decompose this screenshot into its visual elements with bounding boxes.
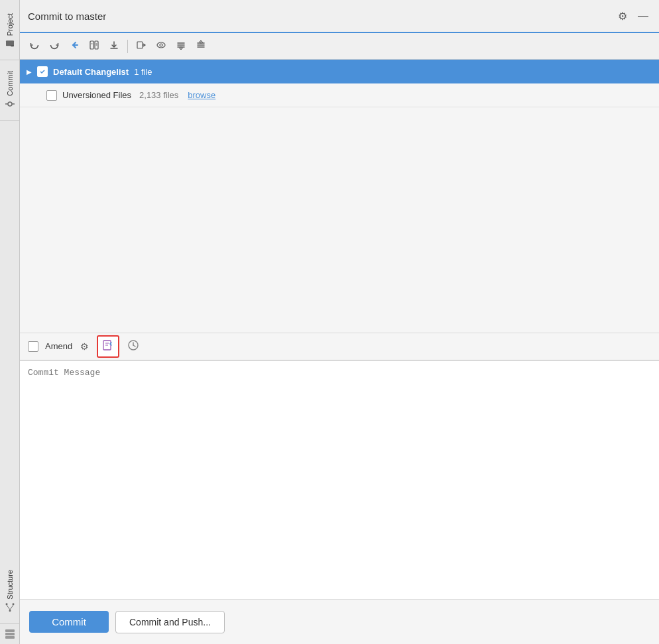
toolbar xyxy=(20,33,659,60)
show-modified-button[interactable] xyxy=(152,37,170,55)
amend-checkbox[interactable] xyxy=(28,341,38,352)
changelist-name: Default Changelist xyxy=(53,67,129,77)
revert-button[interactable] xyxy=(45,37,64,55)
move-changelist-button[interactable] xyxy=(132,37,150,55)
move-icon xyxy=(136,40,147,52)
template-icon xyxy=(102,339,114,354)
changelist-checkbox[interactable] xyxy=(37,66,48,77)
unversioned-count: 2,133 files xyxy=(139,90,178,100)
sidebar-project-label: Project xyxy=(6,13,14,36)
sidebar-tab-structure[interactable]: Structure xyxy=(1,562,19,621)
amend-bar: Amend ⚙ xyxy=(20,333,659,360)
sidebar-tab-project[interactable]: Project xyxy=(1,5,19,57)
svg-line-34 xyxy=(133,345,135,347)
svg-line-8 xyxy=(7,606,10,610)
svg-point-1 xyxy=(8,102,12,106)
main-panel: Commit to master ⚙ — xyxy=(20,0,659,644)
sidebar-commit-label: Commit xyxy=(6,71,14,96)
svg-point-6 xyxy=(5,604,7,606)
empty-area xyxy=(20,107,659,333)
folder-icon xyxy=(5,38,15,49)
update-icon xyxy=(69,40,80,52)
update-button[interactable] xyxy=(65,37,84,55)
default-changelist-row[interactable]: ▶ Default Changelist 1 file xyxy=(20,60,659,83)
svg-point-4 xyxy=(9,610,11,612)
sidebar: Project Commit xyxy=(0,0,20,644)
svg-rect-19 xyxy=(137,42,143,48)
gear-icon: ⚙ xyxy=(618,10,627,23)
svg-line-7 xyxy=(10,606,13,610)
svg-rect-10 xyxy=(5,633,15,635)
minimize-button[interactable]: — xyxy=(635,9,651,23)
commit-message-template-button[interactable] xyxy=(97,335,119,358)
refresh-icon xyxy=(29,40,40,52)
svg-rect-13 xyxy=(90,41,93,49)
unversioned-label: Unversioned Files xyxy=(62,90,131,100)
browse-link[interactable]: browse xyxy=(188,90,215,100)
amend-label: Amend xyxy=(45,341,72,351)
unversioned-checkbox[interactable] xyxy=(46,90,57,101)
expand-icon xyxy=(176,40,186,52)
collapse-icon xyxy=(196,40,206,52)
sidebar-bottom-icon xyxy=(5,629,15,639)
commit-icon xyxy=(5,99,15,109)
eye-icon xyxy=(156,40,166,52)
diff-icon xyxy=(89,40,99,52)
title-actions: ⚙ — xyxy=(615,9,651,24)
chevron-right-icon: ▶ xyxy=(27,68,32,76)
title-bar: Commit to master ⚙ — xyxy=(20,0,659,33)
amend-settings-button[interactable]: ⚙ xyxy=(79,340,90,353)
expand-all-button[interactable] xyxy=(172,37,190,55)
collapse-all-button[interactable] xyxy=(192,37,210,55)
svg-rect-0 xyxy=(6,40,14,46)
gear-small-icon: ⚙ xyxy=(80,341,89,352)
diff-button[interactable] xyxy=(85,37,103,55)
structure-icon xyxy=(5,602,15,613)
commit-and-push-button[interactable]: Commit and Push... xyxy=(115,611,225,633)
sidebar-structure-label: Structure xyxy=(6,570,14,600)
revert-icon xyxy=(49,40,60,52)
toolbar-separator xyxy=(127,40,128,53)
svg-rect-9 xyxy=(5,629,15,632)
svg-point-21 xyxy=(157,42,165,48)
changelist-count: 1 file xyxy=(134,67,152,77)
commit-message-input[interactable] xyxy=(28,368,651,593)
refresh-button[interactable] xyxy=(25,37,44,55)
download-button[interactable] xyxy=(105,37,123,55)
bottom-bar: Commit Commit and Push... xyxy=(20,599,659,644)
settings-button[interactable]: ⚙ xyxy=(615,9,630,24)
unversioned-files-row: Unversioned Files 2,133 files browse xyxy=(20,83,659,107)
commit-history-button[interactable] xyxy=(126,338,141,355)
svg-rect-11 xyxy=(5,636,15,639)
svg-point-22 xyxy=(160,44,162,46)
clock-icon xyxy=(127,339,139,354)
commit-message-area xyxy=(20,360,659,600)
panel-title: Commit to master xyxy=(28,11,106,22)
minimize-icon: — xyxy=(638,10,648,22)
commit-button[interactable]: Commit xyxy=(29,611,109,633)
sidebar-tab-commit[interactable]: Commit xyxy=(1,63,19,117)
download-icon xyxy=(109,40,119,52)
